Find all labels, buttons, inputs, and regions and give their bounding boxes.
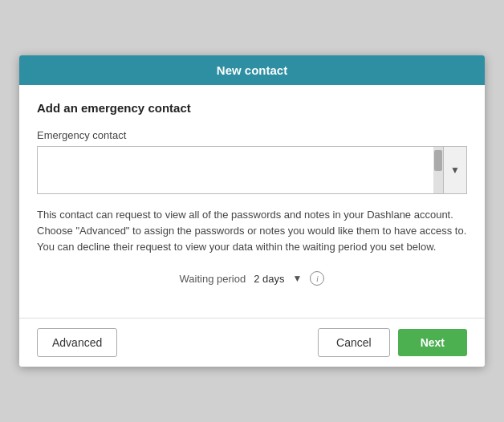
- cancel-button[interactable]: Cancel: [318, 328, 390, 357]
- section-title: Add an emergency contact: [37, 101, 467, 115]
- dialog-title: New contact: [217, 63, 287, 77]
- scrollbar-track: [433, 147, 443, 193]
- emergency-contact-input[interactable]: [38, 147, 443, 193]
- input-dropdown-button[interactable]: ▼: [443, 146, 467, 194]
- advanced-button[interactable]: Advanced: [37, 328, 117, 357]
- next-button[interactable]: Next: [398, 329, 467, 356]
- waiting-period-label: Waiting period: [180, 273, 246, 285]
- dialog-header: New contact: [19, 55, 485, 85]
- info-icon[interactable]: i: [310, 271, 324, 286]
- footer-right: Cancel Next: [318, 328, 467, 357]
- text-input-wrapper: [37, 146, 443, 194]
- waiting-row: Waiting period 2 days ▼ i: [37, 271, 467, 286]
- scrollbar-thumb: [434, 150, 442, 171]
- info-text: This contact can request to view all of …: [37, 207, 467, 255]
- waiting-period-value: 2 days: [254, 273, 284, 285]
- field-label: Emergency contact: [37, 129, 467, 141]
- input-row: ▼: [37, 146, 467, 194]
- dialog-new-contact: New contact Add an emergency contact Eme…: [19, 55, 485, 367]
- waiting-period-dropdown[interactable]: ▼: [293, 273, 303, 284]
- dialog-body: Add an emergency contact Emergency conta…: [19, 85, 485, 318]
- dialog-footer: Advanced Cancel Next: [19, 318, 485, 367]
